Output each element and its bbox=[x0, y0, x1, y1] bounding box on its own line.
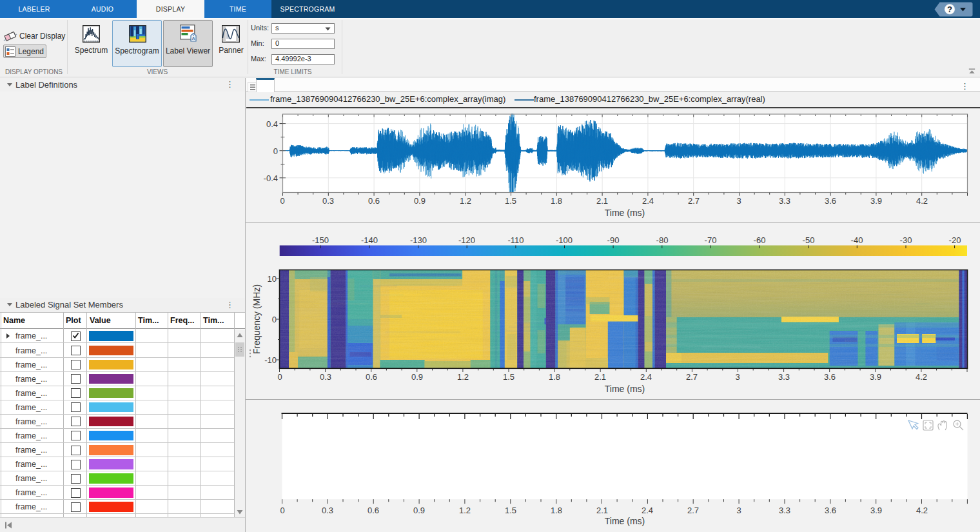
svg-text:A: A bbox=[191, 36, 195, 41]
svg-text:?: ? bbox=[947, 5, 952, 14]
